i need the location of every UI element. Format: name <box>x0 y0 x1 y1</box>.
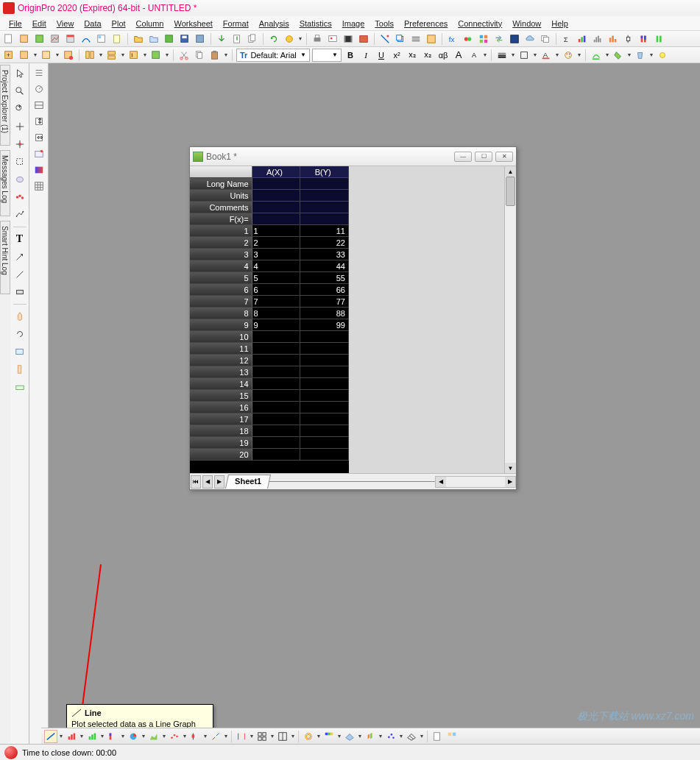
screen-reader-icon[interactable] <box>13 119 27 134</box>
row-number[interactable]: 13 <box>190 366 252 377</box>
dropdown-icon[interactable]: ▼ <box>555 49 559 61</box>
dropdown-icon[interactable]: ▼ <box>143 49 147 61</box>
dropdown-icon[interactable]: ▼ <box>270 731 275 742</box>
3d-bars-button[interactable] <box>364 730 377 743</box>
dropdown-icon[interactable]: ▼ <box>378 731 383 742</box>
column-a-header[interactable]: A(X) <box>252 166 301 177</box>
cell-a[interactable] <box>252 402 301 413</box>
maximize-button[interactable]: ☐ <box>475 152 492 162</box>
bucket-icon[interactable] <box>634 49 647 62</box>
scroll-left-icon[interactable]: ◀ <box>436 477 446 487</box>
line-color-icon[interactable] <box>590 49 603 62</box>
hist2-icon[interactable] <box>607 32 620 46</box>
dropdown-icon[interactable]: ▼ <box>183 731 187 742</box>
menu-plot[interactable]: Plot <box>107 18 130 29</box>
dropdown-icon[interactable]: ▼ <box>291 731 295 742</box>
digitize-icon[interactable] <box>378 32 392 46</box>
windows-icon[interactable] <box>539 32 552 46</box>
dropdown-icon[interactable]: ▼ <box>483 49 487 61</box>
row-number[interactable]: 2 <box>190 237 252 248</box>
cell-b[interactable] <box>300 390 349 401</box>
cell-a[interactable] <box>252 413 301 425</box>
dropdown-icon[interactable]: ▼ <box>511 49 515 61</box>
new-notes-icon[interactable] <box>110 32 124 46</box>
cell-b[interactable]: 88 <box>300 308 349 319</box>
row-number[interactable]: 14 <box>190 378 252 389</box>
rescale-icon[interactable] <box>13 380 27 394</box>
font-selector[interactable]: Tr Default: Arial ▼ <box>236 49 310 62</box>
project-explorer-tab[interactable]: Project Explorer (1) <box>0 65 10 146</box>
fit-page-icon[interactable]: ⇕ <box>32 115 46 128</box>
manipulate-icon[interactable] <box>149 49 163 62</box>
line-style-icon[interactable] <box>495 49 509 62</box>
cell-a[interactable]: 2 <box>252 237 301 248</box>
menu-format[interactable]: Format <box>219 18 253 29</box>
paste-icon[interactable] <box>208 49 222 62</box>
fit-width-icon[interactable]: ⇔ <box>32 131 46 144</box>
row-number[interactable]: 16 <box>190 402 252 413</box>
longname-label[interactable]: Long Name <box>190 178 252 189</box>
scatter-plot-button[interactable] <box>168 730 181 743</box>
row-number[interactable]: 3 <box>190 249 252 260</box>
messages-log-tab[interactable]: Messages Log <box>0 150 10 216</box>
spreadsheet-icon[interactable] <box>32 180 46 193</box>
sheet-nav-next[interactable]: ▶ <box>214 475 225 489</box>
new-matrix-icon[interactable] <box>64 32 77 46</box>
subscript-button[interactable]: x₂ <box>406 49 419 62</box>
import-multi-icon[interactable] <box>246 32 259 46</box>
cell-a[interactable] <box>252 437 301 448</box>
cell-b[interactable]: 11 <box>300 225 349 236</box>
cell-b[interactable]: 55 <box>300 272 349 283</box>
area-plot-button[interactable] <box>147 730 160 743</box>
cell-a[interactable] <box>252 331 301 342</box>
dropdown-icon[interactable]: ▼ <box>649 49 654 61</box>
worksheet-grid[interactable]: A(X) B(Y) Long Name Units Comments F(x)=… <box>190 166 349 473</box>
font-color-icon[interactable]: A <box>540 49 553 62</box>
cell-a[interactable] <box>252 343 301 354</box>
video-icon[interactable] <box>342 32 355 46</box>
scroll-thumb[interactable] <box>506 177 515 206</box>
multi-panel-button[interactable] <box>255 730 269 743</box>
slideshow-icon[interactable] <box>326 32 339 46</box>
copy-icon[interactable] <box>193 49 206 62</box>
import-wizard-icon[interactable] <box>215 32 228 46</box>
stack-icon[interactable] <box>105 49 119 62</box>
fx-label[interactable]: F(x)= <box>190 213 252 224</box>
dropdown-icon[interactable]: ▼ <box>298 33 303 45</box>
dropdown-icon[interactable]: ▼ <box>224 49 228 61</box>
cell-b[interactable]: 77 <box>300 296 349 307</box>
worksheet-icon[interactable] <box>18 49 31 62</box>
sort-icon[interactable] <box>127 49 141 62</box>
sigma-icon[interactable]: Σ <box>560 32 573 46</box>
stock-plot-button[interactable] <box>188 730 202 743</box>
row-number[interactable]: 11 <box>190 343 252 354</box>
open-icon[interactable] <box>132 32 145 46</box>
row-number[interactable]: 15 <box>190 390 252 401</box>
pointer-icon[interactable] <box>13 66 27 81</box>
lighting-icon[interactable] <box>656 49 669 62</box>
cell-b[interactable] <box>300 355 349 366</box>
menu-tools[interactable]: Tools <box>370 18 398 29</box>
menu-worksheet[interactable]: Worksheet <box>169 18 216 29</box>
sheet-nav-prev[interactable]: ◀ <box>202 475 213 489</box>
dropdown-icon[interactable]: ▼ <box>577 49 581 61</box>
new-color-icon[interactable] <box>462 32 475 46</box>
cut-icon[interactable] <box>177 49 191 62</box>
zoom-icon[interactable] <box>13 84 27 99</box>
cell-a[interactable]: 8 <box>252 308 301 319</box>
new-layout-icon[interactable] <box>95 32 108 46</box>
add-column-icon[interactable]: + <box>2 49 15 62</box>
code-builder-icon[interactable] <box>425 32 438 46</box>
dropdown-icon[interactable]: ▼ <box>121 731 125 742</box>
dropdown-icon[interactable]: ▼ <box>203 731 208 742</box>
menu-analysis[interactable]: Analysis <box>255 18 294 29</box>
row-number[interactable]: 6 <box>190 284 252 295</box>
border-style-icon[interactable] <box>517 49 531 62</box>
cell-a[interactable]: 5 <box>252 272 301 283</box>
cell-a[interactable] <box>252 390 301 401</box>
duplicate-icon[interactable] <box>394 32 407 46</box>
3d-scatter-button[interactable] <box>384 730 397 743</box>
column-b-header[interactable]: B(Y) <box>300 166 349 177</box>
cell-a[interactable]: 1 <box>252 225 301 236</box>
dropdown-icon[interactable]: ▼ <box>605 49 609 61</box>
